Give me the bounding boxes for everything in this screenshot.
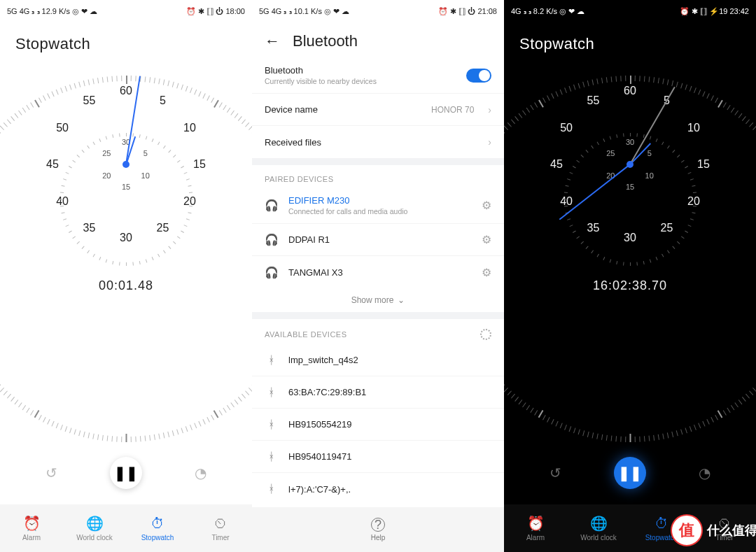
- show-more-button[interactable]: Show more ⌄: [252, 288, 504, 312]
- bluetooth-icon: ᚼ: [265, 386, 279, 399]
- row-label: Bluetooth: [265, 65, 456, 76]
- status-right: ⏰ ✱ ⟦⟧ ⚡19 23:42: [680, 8, 749, 15]
- reset-button[interactable]: ↺: [35, 457, 67, 489]
- watermark-text: 什么值得买: [707, 522, 756, 539]
- headphones-icon: 🎧: [265, 233, 279, 246]
- lap-button[interactable]: ◔: [689, 457, 721, 489]
- row-sub: Currently visible to nearby devices: [265, 77, 456, 85]
- available-device-row[interactable]: ᚼHB9540119471: [252, 441, 504, 473]
- device-name-value: HONOR 70: [431, 105, 474, 115]
- reset-icon: ↺: [550, 465, 561, 481]
- nav-timer[interactable]: ⏲Timer: [189, 504, 252, 552]
- stopwatch-dial: 6051015202530354045505530510152025 00:01…: [0, 70, 252, 293]
- nav-icon: ⏰: [527, 515, 545, 532]
- page-title: Bluetooth: [293, 32, 358, 50]
- available-device-row[interactable]: ᚼlmp_switch_q4s2: [252, 344, 504, 376]
- elapsed-time: 16:02:38.70: [593, 278, 667, 293]
- bluetooth-icon: ᚼ: [265, 451, 279, 463]
- nav-world-clock[interactable]: 🌐World clock: [63, 504, 126, 552]
- bottom-nav: ⏰Alarm🌐World clock⏱Stopwatch⏲Timer: [0, 504, 252, 552]
- headphones-icon: 🎧: [265, 266, 279, 279]
- show-more-label: Show more: [351, 295, 394, 305]
- device-name: HB9150554219: [288, 419, 491, 430]
- gear-icon[interactable]: ⚙: [482, 266, 491, 279]
- help-icon: ?: [371, 518, 385, 532]
- status-bar: 5G 4G ₃ ₃ 10.1 K/s ◎ ❤ ☁ ⏰ ✱ ⟦⟧ ⏻ 21:08: [252, 0, 504, 22]
- nav-icon: ⏱: [150, 516, 164, 532]
- device-name-row[interactable]: Device name HONOR 70 ›: [252, 94, 504, 126]
- nav-icon: ⏱: [654, 516, 668, 532]
- screen-stopwatch-dark: 4G ₃ ₃ 8.2 K/s ◎ ❤ ☁ ⏰ ✱ ⟦⟧ ⚡19 23:42 St…: [504, 0, 756, 552]
- nav-label: Alarm: [526, 534, 545, 542]
- available-header: AVAILABLE DEVICES: [265, 330, 347, 339]
- pause-button[interactable]: ❚❚: [614, 457, 646, 489]
- lap-icon: ◔: [195, 465, 206, 481]
- available-device-row[interactable]: ᚼHB9150554219: [252, 409, 504, 441]
- device-status: Connected for calls and media audio: [288, 207, 472, 215]
- reset-icon: ↺: [46, 465, 57, 481]
- available-header-row: AVAILABLE DEVICES: [252, 319, 504, 344]
- device-name: DDPAI R1: [288, 234, 472, 245]
- bluetooth-toggle[interactable]: [466, 69, 491, 83]
- available-device-row[interactable]: ᚼ63:BA:7C:29:89:B1: [252, 376, 504, 409]
- status-bar: 5G 4G ₃ ₃ 12.9 K/s ◎ ❤ ☁ ⏰ ✱ ⟦⟧ ⏻ 18:00: [0, 0, 252, 22]
- device-name: 63:BA:7C:29:89:B1: [288, 387, 491, 397]
- paired-device-row[interactable]: 🎧EDIFIER M230Connected for calls and med…: [252, 187, 504, 224]
- status-left: 5G 4G ₃ ₃ 10.1 K/s ◎ ❤ ☁: [259, 8, 349, 15]
- controls: ↺ ❚❚ ◔: [0, 457, 252, 489]
- status-bar: 4G ₃ ₃ 8.2 K/s ◎ ❤ ☁ ⏰ ✱ ⟦⟧ ⚡19 23:42: [504, 0, 756, 22]
- help-label: Help: [371, 534, 386, 542]
- status-right: ⏰ ✱ ⟦⟧ ⏻ 18:00: [186, 8, 245, 15]
- paired-device-row[interactable]: 🎧TANGMAI X3⚙: [252, 256, 504, 288]
- pause-icon: ❚❚: [618, 465, 642, 481]
- device-name: lmp_switch_q4s2: [288, 355, 491, 365]
- nav-alarm[interactable]: ⏰Alarm: [504, 504, 567, 552]
- available-device-row[interactable]: ᚼl+7):A:'C7-&)+,.: [252, 473, 504, 505]
- lap-button[interactable]: ◔: [185, 457, 217, 489]
- scanning-spinner-icon: [480, 329, 491, 340]
- bluetooth-toggle-row[interactable]: Bluetooth Currently visible to nearby de…: [252, 57, 504, 94]
- page-title: Stopwatch: [0, 22, 252, 57]
- screen-stopwatch-light: 5G 4G ₃ ₃ 12.9 K/s ◎ ❤ ☁ ⏰ ✱ ⟦⟧ ⏻ 18:00 …: [0, 0, 252, 552]
- pause-icon: ❚❚: [114, 465, 138, 481]
- controls: ↺ ❚❚ ◔: [504, 457, 756, 489]
- gear-icon[interactable]: ⚙: [482, 199, 491, 212]
- chevron-right-icon: ›: [488, 104, 491, 115]
- nav-world-clock[interactable]: 🌐World clock: [567, 504, 630, 552]
- status-right: ⏰ ✱ ⟦⟧ ⏻ 21:08: [438, 8, 497, 15]
- nav-alarm[interactable]: ⏰Alarm: [0, 504, 63, 552]
- nav-label: World clock: [580, 534, 617, 542]
- watermark-badge-icon: 值: [671, 514, 703, 546]
- received-files-row[interactable]: Received files ›: [252, 126, 504, 158]
- nav-icon: ⏰: [23, 515, 41, 532]
- nav-label: Timer: [211, 534, 229, 542]
- reset-button[interactable]: ↺: [539, 457, 571, 489]
- paired-device-row[interactable]: 🎧DDPAI R1⚙: [252, 224, 504, 256]
- nav-label: Alarm: [22, 534, 41, 542]
- row-label: Device name: [265, 104, 421, 115]
- row-label: Received files: [265, 137, 478, 148]
- chevron-down-icon: ⌄: [398, 295, 405, 305]
- pause-button[interactable]: ❚❚: [110, 457, 142, 489]
- stopwatch-dial: 6051015202530354045505530510152025 16:02…: [504, 70, 756, 293]
- chevron-right-icon: ›: [488, 136, 491, 148]
- elapsed-time: 00:01.48: [99, 278, 153, 293]
- gear-icon[interactable]: ⚙: [482, 233, 491, 246]
- paired-header: PAIRED DEVICES: [252, 165, 504, 187]
- status-left: 4G ₃ ₃ 8.2 K/s ◎ ❤ ☁: [511, 8, 584, 15]
- nav-label: Stopwatch: [141, 534, 174, 542]
- device-name: TANGMAI X3: [288, 267, 472, 278]
- device-name: EDIFIER M230: [288, 195, 472, 206]
- status-left: 5G 4G ₃ ₃ 12.9 K/s ◎ ❤ ☁: [7, 8, 97, 15]
- headphones-icon: 🎧: [265, 199, 279, 212]
- nav-stopwatch[interactable]: ⏱Stopwatch: [126, 504, 189, 552]
- device-name: l+7):A:'C7-&)+,.: [288, 484, 491, 495]
- watermark: 值 什么值得买: [671, 514, 756, 546]
- lap-icon: ◔: [699, 465, 710, 481]
- screen-bluetooth: 5G 4G ₃ ₃ 10.1 K/s ◎ ❤ ☁ ⏰ ✱ ⟦⟧ ⏻ 21:08 …: [252, 0, 504, 552]
- back-icon[interactable]: ←: [265, 32, 280, 50]
- bluetooth-icon: ᚼ: [265, 483, 279, 495]
- nav-label: World clock: [76, 534, 113, 542]
- help-button[interactable]: ? Help: [252, 507, 504, 552]
- bluetooth-icon: ᚼ: [265, 418, 279, 431]
